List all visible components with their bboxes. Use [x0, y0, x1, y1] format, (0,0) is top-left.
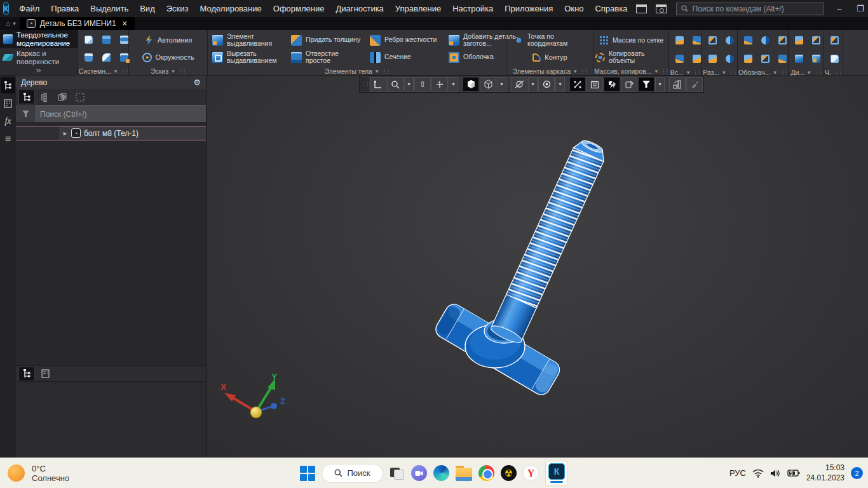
group-grip-icon[interactable]: ⋮⋮: [580, 69, 588, 74]
group-grip-icon[interactable]: ⋮⋮: [729, 70, 736, 76]
drawing-new-button[interactable]: [827, 55, 842, 63]
tree-item-body[interactable]: ► ◔ болт м8 (Тел-1): [16, 126, 206, 140]
circle-button[interactable]: Окружность: [140, 49, 196, 65]
wifi-icon[interactable]: [752, 469, 764, 478]
group-grip-icon[interactable]: ⋮⋮: [834, 70, 842, 76]
extrude-button[interactable]: Элемент выдавливания: [210, 32, 287, 48]
home-tab-caret-icon[interactable]: ▾: [13, 20, 16, 27]
group-grip-icon[interactable]: ⋮⋮: [693, 70, 700, 76]
roughness-button[interactable]: [740, 36, 756, 44]
mode-wireframe-surfaces[interactable]: Каркас и поверхности: [0, 48, 78, 67]
simple-hole-button[interactable]: Отверстие простое: [289, 49, 366, 65]
tree-panel-button[interactable]: [1, 78, 15, 93]
check-surface-button[interactable]: [791, 36, 806, 44]
new-document-button[interactable]: [81, 36, 97, 44]
notification-badge[interactable]: 2: [851, 467, 863, 479]
group-grip-icon[interactable]: ⋮⋮: [661, 69, 668, 74]
linear-dimension-button[interactable]: [705, 36, 720, 44]
group-diag-caret-icon[interactable]: ▾: [808, 69, 811, 76]
home-tab-button[interactable]: ⌂ ▾: [0, 17, 20, 30]
menu-view[interactable]: Вид: [134, 0, 161, 17]
autoline-button[interactable]: Автолиния: [142, 32, 194, 48]
tree-tab-button[interactable]: [19, 367, 34, 381]
video-chat-app-icon[interactable]: [411, 465, 427, 481]
document-tab[interactable]: ◔ Деталь БЕЗ ИМЕНИ1 ✕: [20, 17, 135, 30]
menu-settings[interactable]: Настройка: [447, 0, 499, 17]
expand-arrow-icon[interactable]: ►: [62, 130, 68, 137]
group-sketch-caret-icon[interactable]: ▾: [172, 68, 175, 74]
bolt-3d-model[interactable]: [207, 76, 868, 458]
tolerance-button[interactable]: [740, 55, 756, 63]
volume-icon[interactable]: [770, 469, 781, 478]
tree-flat-view-button[interactable]: [37, 90, 52, 104]
group-grip-icon[interactable]: ⋮⋮: [814, 70, 822, 76]
menu-modeling[interactable]: Моделирование: [194, 0, 268, 17]
tree-search-input[interactable]: [35, 105, 206, 122]
measure-solid-button[interactable]: [791, 55, 806, 63]
point-by-coordinates-button[interactable]: Точка по координатам: [512, 32, 588, 48]
menu-applications[interactable]: Приложения: [499, 0, 559, 17]
open-document-button[interactable]: [98, 36, 114, 44]
start-button[interactable]: [300, 466, 315, 481]
datum-button[interactable]: [757, 36, 773, 44]
command-search-input[interactable]: [692, 4, 818, 13]
menu-sketch[interactable]: Эскиз: [161, 0, 194, 17]
angular-dimension-button[interactable]: [705, 55, 720, 63]
file-explorer-icon[interactable]: [456, 468, 472, 481]
window-layout-icon[interactable]: [636, 4, 647, 13]
group-notation-caret-icon[interactable]: ▾: [773, 69, 776, 76]
edge-browser-icon[interactable]: [433, 465, 449, 481]
section-button[interactable]: Сечение: [368, 49, 445, 65]
bolt-shaft[interactable]: [489, 136, 609, 345]
chrome-browser-icon[interactable]: [478, 465, 494, 481]
group-frame-caret-icon[interactable]: ▾: [574, 68, 577, 74]
rib-button[interactable]: Ребро жесткости: [368, 32, 445, 48]
thicken-button[interactable]: Придать толщину: [289, 32, 366, 48]
preview-button[interactable]: [98, 53, 114, 62]
tree-filter-button[interactable]: [16, 105, 35, 122]
panel-menu-button[interactable]: ≡: [1, 131, 15, 147]
menu-edit[interactable]: Правка: [45, 0, 85, 17]
menu-help[interactable]: Справка: [589, 0, 633, 17]
command-search[interactable]: [676, 3, 824, 15]
copy-objects-button[interactable]: Копировать объекты: [593, 49, 669, 65]
switcher-expand-chevron[interactable]: ≫: [0, 67, 78, 75]
drawing-views-button[interactable]: [827, 36, 842, 44]
restore-button[interactable]: ❐: [851, 4, 868, 13]
menu-management[interactable]: Управление: [390, 0, 447, 17]
group-dims-caret-icon[interactable]: ▾: [722, 69, 726, 76]
tab-close-icon[interactable]: ✕: [122, 20, 128, 28]
radial-dimension-button[interactable]: [722, 55, 737, 63]
minimize-button[interactable]: –: [830, 4, 848, 13]
battery-icon[interactable]: [787, 469, 800, 477]
taskbar-search[interactable]: Поиск: [322, 464, 383, 483]
aux-local-cs-button[interactable]: [672, 55, 687, 63]
group-grip-icon[interactable]: ⋮⋮: [381, 69, 389, 74]
yandex-browser-icon[interactable]: Y: [523, 465, 539, 481]
execution-tab-button[interactable]: [37, 367, 53, 381]
group-grip-icon[interactable]: ⋮⋮: [178, 69, 186, 74]
check-curve-button[interactable]: [808, 36, 824, 44]
task-view-button[interactable]: [390, 466, 405, 481]
contour-button[interactable]: Контур: [531, 49, 569, 65]
group-grip-icon[interactable]: ⋮⋮: [120, 69, 128, 74]
aux-plane-button[interactable]: [672, 36, 687, 44]
menu-file[interactable]: Файл: [13, 0, 45, 17]
mark-button[interactable]: [757, 55, 773, 63]
language-indicator[interactable]: РУС: [729, 468, 746, 478]
cut-extrude-button[interactable]: Вырезать выдавливанием: [210, 49, 287, 65]
tree-relations-button[interactable]: [55, 90, 70, 104]
clock[interactable]: 15:03 24.01.2023: [806, 463, 844, 483]
variables-panel-button[interactable]: fx: [1, 113, 15, 129]
group-system-caret-icon[interactable]: ▾: [114, 68, 118, 74]
group-array-caret-icon[interactable]: ▾: [655, 68, 658, 74]
weather-widget[interactable]: 0°C Солнечно: [8, 464, 69, 483]
diameter-dimension-button[interactable]: [722, 36, 737, 44]
parameters-panel-button[interactable]: [1, 95, 15, 111]
tree-structure-view-button[interactable]: [19, 90, 34, 104]
print-button[interactable]: [81, 53, 97, 62]
group-grip-icon[interactable]: ⋮⋮: [780, 70, 787, 76]
radiation-app-icon[interactable]: ☢: [501, 465, 517, 481]
tree-settings-gear-icon[interactable]: ⚙: [193, 78, 201, 87]
viewport-3d[interactable]: ⋮⋮ ▾ ⇧ ▾ ▾ ▾: [207, 76, 868, 458]
